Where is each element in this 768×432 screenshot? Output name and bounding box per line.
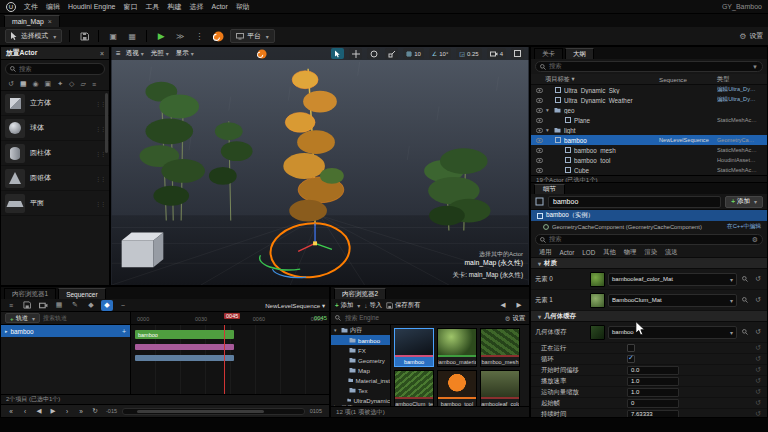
browse-to-asset-icon[interactable]	[740, 329, 750, 335]
camera-icon[interactable]	[37, 300, 49, 311]
content-browser-tab[interactable]: 内容浏览器2	[334, 288, 386, 299]
reset-icon[interactable]: ↺	[753, 275, 763, 283]
outliner-row[interactable]: bamboo_tool HoudiniAsset…	[531, 155, 767, 165]
unreal-logo-icon[interactable]: U	[6, 2, 16, 12]
folder-tree-item[interactable]: bamboo	[331, 335, 390, 345]
asset-tile[interactable]: bamboo_tool	[437, 370, 477, 406]
add-section-icon[interactable]: +	[122, 328, 126, 335]
visibility-eye-icon[interactable]	[535, 168, 544, 173]
cache-thumbnail[interactable]	[590, 325, 605, 340]
geometry-cache-select[interactable]: bamboo▾	[608, 326, 737, 339]
sequencer-menu-icon[interactable]: ≡	[5, 300, 17, 311]
select-mode-dropdown[interactable]: 选择模式▾	[5, 29, 62, 43]
import-button[interactable]: ↓导入	[364, 301, 382, 310]
expand-arrow[interactable]: ▾	[546, 127, 553, 133]
houdini-session-icon[interactable]	[257, 49, 267, 59]
details-filter-tab[interactable]: Actor	[560, 249, 575, 256]
menu-item[interactable]: 编辑	[46, 2, 60, 12]
asset-tile[interactable]: bambooClum_tex	[394, 370, 434, 406]
cinematic-icon[interactable]: ▣	[45, 80, 52, 88]
visibility-eye-icon[interactable]	[535, 138, 544, 143]
move-tool-icon[interactable]	[349, 48, 362, 59]
timeline-section-bar[interactable]	[135, 344, 234, 350]
sequencer-track-row[interactable]: ▸ bamboo +	[1, 325, 130, 337]
outliner-row[interactable]: Cube StaticMeshAc…	[531, 165, 767, 175]
houdini-engine-icon[interactable]	[211, 29, 225, 43]
drag-grip-icon[interactable]: ⋮⋮	[95, 150, 105, 157]
reset-property-icon[interactable]: ↺	[753, 399, 763, 407]
asset-search-input[interactable]: 搜索 Engine	[345, 314, 379, 323]
viewport-menu-item[interactable]: 显示▾	[176, 49, 194, 58]
component-row[interactable]: GeometryCacheComponent (GeometryCacheCom…	[531, 221, 767, 232]
folder-tree-item[interactable]: Material_inst	[331, 375, 390, 385]
reset-property-icon[interactable]: ↺	[753, 388, 763, 396]
property-number-field[interactable]: 7.63333	[627, 410, 679, 419]
scale-tool-icon[interactable]	[385, 48, 398, 59]
viewport-menu-item[interactable]: 光照▾	[151, 49, 169, 58]
edit-icon[interactable]: ✎	[69, 300, 81, 311]
property-number-field[interactable]: 0.0	[627, 366, 679, 375]
browse-to-asset-icon[interactable]	[740, 297, 750, 303]
material-thumbnail[interactable]	[590, 272, 605, 287]
menu-item[interactable]: Actor	[211, 3, 227, 10]
reset-icon[interactable]: ↺	[753, 328, 763, 336]
property-checkbox[interactable]	[627, 355, 635, 363]
timeline-ruler[interactable]: 0000003000600090 0045 0045	[131, 312, 329, 324]
rotate-tool-icon[interactable]	[367, 48, 380, 59]
visibility-eye-icon[interactable]	[535, 98, 544, 103]
outliner-row[interactable]: bamboo NewLevelSequence GeometryCa…	[531, 135, 767, 145]
cinematics-icon[interactable]: ▦	[125, 29, 139, 43]
add-component-button[interactable]: +添加▾	[725, 196, 763, 208]
browse-to-asset-icon[interactable]	[740, 276, 750, 282]
lights-icon[interactable]: ◉	[33, 80, 39, 88]
place-search-input[interactable]: 搜索	[5, 63, 105, 75]
property-checkbox[interactable]	[627, 344, 635, 352]
outliner-row[interactable]: bamboo_mesh StaticMeshAc…	[531, 145, 767, 155]
details-filter-tab[interactable]: 其他	[603, 248, 616, 257]
snap-toggle-icon[interactable]: ◆	[101, 300, 113, 311]
play-icon[interactable]: ▶	[47, 407, 59, 415]
folder-tree-item[interactable]: FX	[331, 345, 390, 355]
outliner-row[interactable]: ▾ light	[531, 125, 767, 135]
add-track-button[interactable]: +轨道▾	[5, 313, 40, 323]
save-icon[interactable]	[77, 29, 91, 43]
asset-tile[interactable]: bamboo	[394, 328, 434, 367]
visibility-eye-icon[interactable]	[535, 118, 544, 123]
settings-button[interactable]: ⚙ 设置	[739, 31, 763, 41]
blueprint-icon[interactable]: ▣	[106, 29, 120, 43]
platform-dropdown[interactable]: 平台▾	[230, 29, 275, 43]
drag-grip-icon[interactable]: ⋮⋮	[95, 175, 105, 182]
recent-icon[interactable]: ↺	[8, 80, 14, 88]
visibility-eye-icon[interactable]	[535, 88, 544, 93]
basic-shapes-icon[interactable]: ▦	[20, 80, 27, 88]
material-select[interactable]: bambooleaf_color_Mat▾	[608, 273, 737, 286]
go-to-end-icon[interactable]: »	[75, 408, 87, 415]
play-button[interactable]: ▶	[154, 29, 168, 43]
visibility-eye-icon[interactable]	[535, 158, 544, 163]
next-key-icon[interactable]: ›	[61, 408, 73, 415]
property-number-field[interactable]: 0	[627, 399, 679, 408]
details-filter-tab[interactable]: 通用	[539, 248, 552, 257]
filter-icon[interactable]: ▼	[752, 64, 758, 70]
reset-property-icon[interactable]: ↺	[753, 377, 763, 385]
outliner-row[interactable]: ▾ geo	[531, 105, 767, 115]
asset-tile[interactable]: bamboo_mesh	[480, 328, 520, 367]
outliner-column-header[interactable]: 项目标签 ▾ Sequence 类型	[531, 74, 767, 85]
bottom-dock-tab[interactable]: 内容浏览器1	[4, 288, 56, 299]
forward-icon[interactable]: ▶	[513, 301, 525, 309]
folder-tree-item[interactable]: Geometry	[331, 355, 390, 365]
close-tab-icon[interactable]: ×	[48, 18, 52, 25]
material-select[interactable]: BambooClum_Mat▾	[608, 294, 737, 307]
details-filter-tab[interactable]: LOD	[582, 249, 595, 256]
tab-details[interactable]: 细节	[534, 184, 565, 194]
asset-tile[interactable]: Bambooleaf_color	[480, 370, 520, 406]
actor-name-field[interactable]: bamboo	[548, 196, 721, 208]
geometry-cache-section-header[interactable]: ▾几何体缓存	[531, 311, 767, 322]
menu-item[interactable]: 文件	[24, 2, 38, 12]
outliner-search-input[interactable]: 搜索 ▼	[535, 61, 763, 72]
skip-forward-icon[interactable]: ≫	[173, 29, 187, 43]
menu-item[interactable]: 选择	[189, 2, 203, 12]
drag-grip-icon[interactable]: ⋮⋮	[95, 125, 105, 132]
place-item[interactable]: 立方体 ⋮⋮	[1, 91, 109, 116]
outliner-tab[interactable]: 大纲	[565, 48, 594, 59]
